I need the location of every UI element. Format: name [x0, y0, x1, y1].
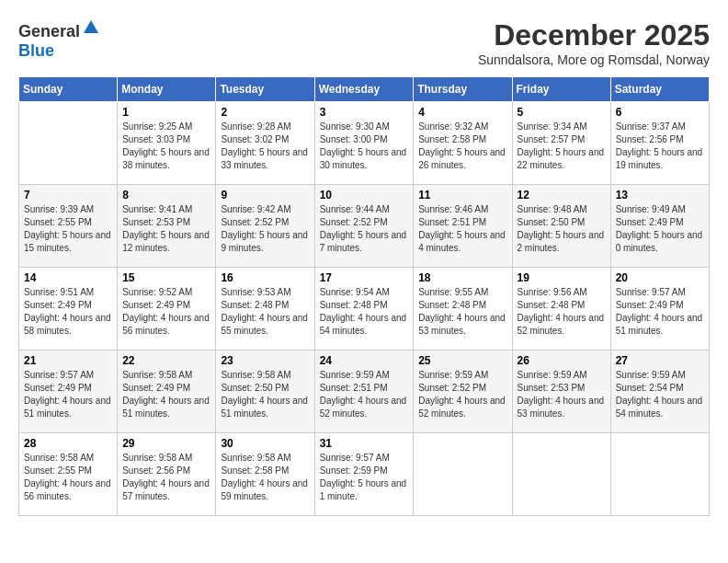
- logo-blue: Blue: [18, 41, 54, 60]
- calendar-cell: 7Sunrise: 9:39 AM Sunset: 2:55 PM Daylig…: [19, 185, 118, 268]
- title-area: December 2025 Sunndalsora, More og Romsd…: [478, 18, 710, 67]
- header: General Blue December 2025 Sunndalsora, …: [18, 18, 710, 67]
- day-info: Sunrise: 9:59 AM Sunset: 2:52 PM Dayligh…: [418, 369, 506, 420]
- day-number: 29: [122, 437, 210, 450]
- calendar-cell: 1Sunrise: 9:25 AM Sunset: 3:03 PM Daylig…: [118, 102, 216, 185]
- day-number: 6: [616, 106, 704, 119]
- calendar-cell: 18Sunrise: 9:55 AM Sunset: 2:48 PM Dayli…: [414, 268, 512, 350]
- calendar-cell: 17Sunrise: 9:54 AM Sunset: 2:48 PM Dayli…: [314, 268, 414, 350]
- day-info: Sunrise: 9:28 AM Sunset: 3:02 PM Dayligh…: [221, 121, 309, 172]
- day-number: 26: [518, 354, 606, 367]
- location-title: Sunndalsora, More og Romsdal, Norway: [478, 52, 710, 67]
- day-number: 14: [24, 271, 112, 284]
- day-number: 19: [518, 271, 606, 284]
- day-number: 22: [122, 354, 210, 367]
- calendar-table: SundayMondayTuesdayWednesdayThursdayFrid…: [18, 76, 710, 516]
- calendar-cell: 24Sunrise: 9:59 AM Sunset: 2:51 PM Dayli…: [314, 350, 414, 433]
- calendar-cell: 12Sunrise: 9:48 AM Sunset: 2:50 PM Dayli…: [512, 185, 610, 268]
- calendar-cell: 5Sunrise: 9:34 AM Sunset: 2:57 PM Daylig…: [512, 102, 610, 185]
- day-info: Sunrise: 9:58 AM Sunset: 2:56 PM Dayligh…: [122, 452, 210, 503]
- day-info: Sunrise: 9:58 AM Sunset: 2:58 PM Dayligh…: [221, 452, 309, 503]
- day-info: Sunrise: 9:48 AM Sunset: 2:50 PM Dayligh…: [518, 203, 606, 255]
- weekday-header-wednesday: Wednesday: [314, 77, 414, 102]
- week-row-3: 14Sunrise: 9:51 AM Sunset: 2:49 PM Dayli…: [19, 268, 710, 350]
- calendar-cell: 29Sunrise: 9:58 AM Sunset: 2:56 PM Dayli…: [118, 433, 216, 516]
- day-number: 28: [24, 437, 112, 450]
- calendar-cell: 11Sunrise: 9:46 AM Sunset: 2:51 PM Dayli…: [414, 185, 512, 268]
- week-row-4: 21Sunrise: 9:57 AM Sunset: 2:49 PM Dayli…: [19, 350, 710, 433]
- calendar-cell: 21Sunrise: 9:57 AM Sunset: 2:49 PM Dayli…: [19, 350, 118, 433]
- logo-general: General: [18, 22, 80, 40]
- day-number: 1: [122, 106, 210, 119]
- calendar-cell: 20Sunrise: 9:57 AM Sunset: 2:49 PM Dayli…: [610, 268, 709, 350]
- day-number: 30: [221, 437, 309, 450]
- calendar-cell: 23Sunrise: 9:58 AM Sunset: 2:50 PM Dayli…: [216, 350, 314, 433]
- day-info: Sunrise: 9:32 AM Sunset: 2:58 PM Dayligh…: [418, 121, 506, 172]
- day-number: 8: [122, 189, 210, 201]
- calendar-cell: 10Sunrise: 9:44 AM Sunset: 2:52 PM Dayli…: [314, 185, 414, 268]
- day-number: 4: [418, 106, 506, 119]
- svg-marker-0: [84, 20, 98, 33]
- day-number: 3: [320, 106, 409, 119]
- day-info: Sunrise: 9:25 AM Sunset: 3:03 PM Dayligh…: [122, 121, 210, 172]
- day-info: Sunrise: 9:58 AM Sunset: 2:50 PM Dayligh…: [221, 369, 309, 420]
- day-info: Sunrise: 9:57 AM Sunset: 2:49 PM Dayligh…: [24, 369, 112, 420]
- day-info: Sunrise: 9:44 AM Sunset: 2:52 PM Dayligh…: [320, 203, 409, 255]
- calendar-cell: 30Sunrise: 9:58 AM Sunset: 2:58 PM Dayli…: [216, 433, 314, 516]
- week-row-1: 1Sunrise: 9:25 AM Sunset: 3:03 PM Daylig…: [19, 102, 710, 185]
- calendar-cell: 31Sunrise: 9:57 AM Sunset: 2:59 PM Dayli…: [314, 433, 414, 516]
- day-number: 13: [616, 189, 704, 201]
- day-number: 7: [24, 189, 112, 201]
- day-number: 5: [518, 106, 606, 119]
- calendar-cell: 19Sunrise: 9:56 AM Sunset: 2:48 PM Dayli…: [512, 268, 610, 350]
- calendar-cell: 27Sunrise: 9:59 AM Sunset: 2:54 PM Dayli…: [610, 350, 709, 433]
- day-info: Sunrise: 9:54 AM Sunset: 2:48 PM Dayligh…: [320, 286, 409, 338]
- day-info: Sunrise: 9:58 AM Sunset: 2:49 PM Dayligh…: [122, 369, 210, 420]
- day-info: Sunrise: 9:53 AM Sunset: 2:48 PM Dayligh…: [221, 286, 309, 338]
- day-info: Sunrise: 9:59 AM Sunset: 2:53 PM Dayligh…: [518, 369, 606, 420]
- week-row-5: 28Sunrise: 9:58 AM Sunset: 2:55 PM Dayli…: [19, 433, 710, 516]
- calendar-cell: 26Sunrise: 9:59 AM Sunset: 2:53 PM Dayli…: [512, 350, 610, 433]
- day-info: Sunrise: 9:42 AM Sunset: 2:52 PM Dayligh…: [221, 203, 309, 255]
- day-number: 17: [320, 271, 409, 284]
- day-number: 15: [122, 271, 210, 284]
- day-info: Sunrise: 9:55 AM Sunset: 2:48 PM Dayligh…: [418, 286, 506, 338]
- weekday-header-monday: Monday: [118, 77, 216, 102]
- calendar-cell: 14Sunrise: 9:51 AM Sunset: 2:49 PM Dayli…: [19, 268, 118, 350]
- day-number: 20: [616, 271, 704, 284]
- calendar-cell: 6Sunrise: 9:37 AM Sunset: 2:56 PM Daylig…: [610, 102, 709, 185]
- logo-icon: [82, 18, 100, 37]
- calendar-cell: [414, 433, 512, 516]
- calendar-cell: 9Sunrise: 9:42 AM Sunset: 2:52 PM Daylig…: [216, 185, 314, 268]
- day-info: Sunrise: 9:46 AM Sunset: 2:51 PM Dayligh…: [418, 203, 506, 255]
- calendar-cell: [610, 433, 709, 516]
- weekday-header-friday: Friday: [512, 77, 610, 102]
- day-info: Sunrise: 9:57 AM Sunset: 2:49 PM Dayligh…: [616, 286, 704, 338]
- day-info: Sunrise: 9:39 AM Sunset: 2:55 PM Dayligh…: [24, 203, 112, 255]
- day-number: 31: [320, 437, 409, 450]
- calendar-cell: [19, 102, 118, 185]
- day-number: 10: [320, 189, 409, 201]
- day-info: Sunrise: 9:34 AM Sunset: 2:57 PM Dayligh…: [518, 121, 606, 172]
- day-number: 24: [320, 354, 409, 367]
- day-info: Sunrise: 9:57 AM Sunset: 2:59 PM Dayligh…: [320, 452, 409, 503]
- calendar-cell: 15Sunrise: 9:52 AM Sunset: 2:49 PM Dayli…: [118, 268, 216, 350]
- week-row-2: 7Sunrise: 9:39 AM Sunset: 2:55 PM Daylig…: [19, 185, 710, 268]
- day-info: Sunrise: 9:59 AM Sunset: 2:54 PM Dayligh…: [616, 369, 704, 420]
- weekday-header-thursday: Thursday: [414, 77, 512, 102]
- day-number: 18: [418, 271, 506, 284]
- day-info: Sunrise: 9:41 AM Sunset: 2:53 PM Dayligh…: [122, 203, 210, 255]
- day-number: 25: [418, 354, 506, 367]
- calendar-cell: 4Sunrise: 9:32 AM Sunset: 2:58 PM Daylig…: [414, 102, 512, 185]
- calendar-cell: 3Sunrise: 9:30 AM Sunset: 3:00 PM Daylig…: [314, 102, 414, 185]
- month-title: December 2025: [478, 18, 710, 52]
- calendar-cell: 16Sunrise: 9:53 AM Sunset: 2:48 PM Dayli…: [216, 268, 314, 350]
- calendar-cell: 25Sunrise: 9:59 AM Sunset: 2:52 PM Dayli…: [414, 350, 512, 433]
- calendar-cell: 2Sunrise: 9:28 AM Sunset: 3:02 PM Daylig…: [216, 102, 314, 185]
- day-number: 16: [221, 271, 309, 284]
- day-info: Sunrise: 9:56 AM Sunset: 2:48 PM Dayligh…: [518, 286, 606, 338]
- day-number: 2: [221, 106, 309, 119]
- logo: General Blue: [18, 18, 100, 61]
- day-info: Sunrise: 9:51 AM Sunset: 2:49 PM Dayligh…: [24, 286, 112, 338]
- calendar-cell: 8Sunrise: 9:41 AM Sunset: 2:53 PM Daylig…: [118, 185, 216, 268]
